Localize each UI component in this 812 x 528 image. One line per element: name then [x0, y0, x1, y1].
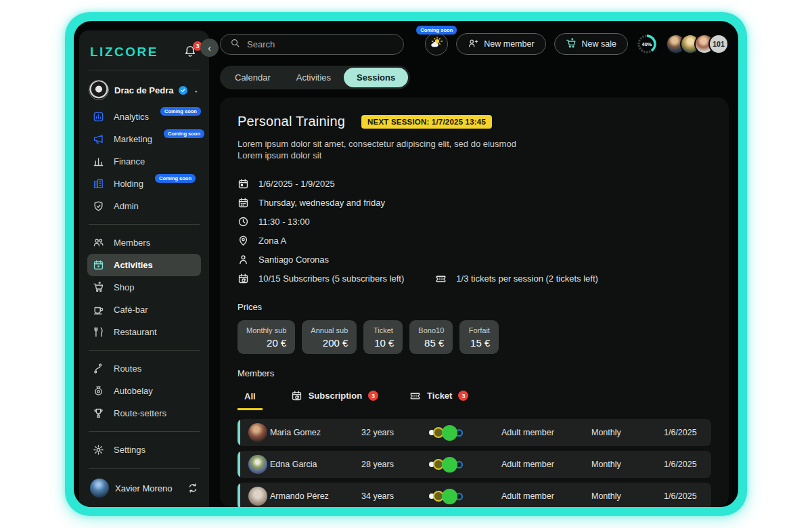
occupancy-value: 40% — [636, 33, 658, 55]
gym-name: Drac de Pedra — [114, 85, 173, 95]
member-filter-tab[interactable]: All — [238, 389, 263, 410]
price-card[interactable]: Monthly sub 20 € — [238, 320, 295, 354]
sidebar-item-label: Activities — [114, 260, 153, 270]
sidebar-item[interactable]: Analytics Coming soon — [87, 106, 201, 128]
new-sale-button[interactable]: New sale — [554, 33, 628, 55]
next-session-badge: NEXT SESSION: 1/7/2025 13:45 — [361, 115, 492, 129]
detail-icon — [238, 235, 249, 246]
sidebar-item-label: Café-bar — [114, 305, 148, 315]
members-title: Members — [238, 368, 711, 378]
sidebar-item-label: Members — [114, 238, 150, 248]
price-card[interactable]: Bono10 85 € — [409, 320, 453, 354]
search-box[interactable] — [220, 34, 404, 55]
chevron-down-icon — [193, 86, 200, 94]
member-row[interactable]: Edna Garcia 28 years Adult member Monthl… — [238, 451, 711, 478]
session-panel: Personal Training NEXT SESSION: 1/7/2025… — [220, 97, 729, 507]
search-input[interactable] — [247, 39, 394, 49]
app-window: ‹ LIZCORE 3 Drac de Pedra — [74, 21, 738, 507]
sidebar-item[interactable]: Autobelay — [87, 380, 201, 402]
sidebar-item-icon — [93, 326, 105, 338]
sidebar-item[interactable]: Route-setters — [87, 402, 201, 424]
member-age: 34 years — [361, 491, 429, 501]
member-filter-tab[interactable]: Ticket 3 — [407, 387, 471, 410]
current-user[interactable]: Xavier Moreno — [87, 476, 201, 499]
member-row[interactable]: Maria Gomez 32 years Adult member Monthl… — [238, 419, 711, 446]
detail-text: 1/6/2025 - 1/9/2025 — [258, 179, 335, 189]
price-card[interactable]: Ticket 10 € — [363, 320, 403, 354]
sidebar-item[interactable]: Café-bar — [87, 299, 201, 321]
member-type: Adult member — [501, 428, 591, 437]
sidebar-item-icon — [93, 385, 105, 397]
capacity-text: 1/3 tickets per session (2 tickets left) — [456, 273, 598, 284]
view-tab[interactable]: Sessions — [344, 68, 408, 87]
sidebar-item-label: Holding — [114, 179, 143, 189]
coming-soon-badge: Coming soon — [164, 129, 204, 138]
new-member-button[interactable]: New member — [456, 33, 545, 55]
member-type: Adult member — [501, 491, 591, 501]
session-detail-row: Santiago Coronas — [238, 250, 711, 269]
member-tab-label: Ticket — [427, 391, 452, 401]
member-type: Adult member — [501, 460, 591, 469]
page-title: Personal Training — [238, 114, 345, 129]
sidebar-collapse-button[interactable]: ‹ — [200, 39, 219, 57]
detail-text: Santiago Coronas — [258, 255, 329, 265]
session-detail-row: Thursday, wednesday and friday — [238, 193, 711, 212]
coming-soon-badge: Coming soon — [160, 107, 201, 116]
capacity-icon — [238, 273, 249, 284]
member-filter-tab[interactable]: Subscription 3 — [288, 387, 381, 410]
sidebar-item[interactable]: Members — [87, 232, 201, 254]
sidebar-item-label: Settings — [114, 445, 145, 455]
member-avatar — [248, 455, 267, 474]
sidebar-item[interactable]: Admin — [87, 195, 201, 217]
session-detail-row: 11:30 - 13:00 — [238, 212, 711, 231]
sidebar-item-label: Analytics — [114, 112, 149, 122]
view-tab[interactable]: Activities — [284, 68, 344, 87]
sidebar-item-label: Autobelay — [114, 386, 153, 396]
sidebar-item[interactable]: Finance — [87, 150, 201, 173]
price-card[interactable]: Forfait 15 € — [459, 320, 499, 354]
sidebar-item[interactable]: Holding Coming soon — [87, 173, 201, 195]
member-filter-tabs: All Subscription 3 Ticket — [238, 387, 711, 410]
member-row[interactable]: Armando Pérez 34 years Adult member Mont… — [238, 483, 711, 507]
weather-button[interactable]: Coming soon — [425, 32, 448, 56]
switch-user-icon[interactable] — [187, 483, 198, 493]
price-value: 200 € — [311, 337, 348, 349]
member-tab-label: Subscription — [309, 391, 362, 401]
price-label: Ticket — [372, 326, 394, 334]
detail-icon — [238, 216, 249, 227]
sidebar-item-label: Admin — [114, 201, 139, 211]
sidebar-item[interactable]: Activities — [87, 254, 201, 276]
sidebar-item[interactable]: Marketing Coming soon — [87, 128, 201, 150]
grade-dots — [429, 425, 501, 441]
member-plan: Monthly — [591, 491, 664, 501]
sidebar-item[interactable]: Routes — [87, 357, 201, 380]
view-tab[interactable]: Calendar — [222, 68, 284, 87]
sidebar-item-icon — [93, 200, 105, 213]
grade-dot-green — [442, 489, 457, 504]
sidebar-item[interactable]: Settings — [87, 439, 201, 461]
member-plan: Monthly — [591, 428, 664, 437]
members-avatar-stack[interactable]: 101 — [666, 34, 729, 54]
member-name: Edna Garcia — [270, 460, 361, 469]
member-tab-icon — [291, 390, 302, 401]
sidebar: ‹ LIZCORE 3 Drac de Pedra — [79, 30, 209, 507]
sidebar-item-label: Shop — [114, 282, 134, 292]
sidebar-item-icon — [93, 156, 105, 168]
member-age: 28 years — [361, 460, 429, 469]
sidebar-item-icon — [93, 304, 105, 316]
gym-avatar — [89, 80, 109, 100]
capacity-item: 10/15 Subscribers (5 subscribers left) — [238, 269, 404, 288]
sidebar-item[interactable]: Shop — [87, 276, 201, 299]
chevron-left-icon: ‹ — [208, 43, 211, 53]
capacity-icon — [435, 273, 447, 284]
sidebar-item[interactable]: Restaurant — [87, 321, 201, 343]
notifications-bell-icon[interactable]: 3 — [183, 45, 198, 60]
session-capacity: 10/15 Subscribers (5 subscribers left) 1… — [238, 269, 711, 288]
person-add-icon — [468, 38, 478, 51]
price-value: 20 € — [246, 337, 286, 349]
main-area: Coming soon New member New sale — [209, 21, 738, 507]
session-details: 1/6/2025 - 1/9/2025 Thursday, wednesday … — [238, 174, 711, 269]
member-avatar — [248, 423, 267, 442]
price-card[interactable]: Annual sub 200 € — [302, 320, 357, 354]
gym-profile-selector[interactable]: Drac de Pedra — [87, 77, 201, 103]
